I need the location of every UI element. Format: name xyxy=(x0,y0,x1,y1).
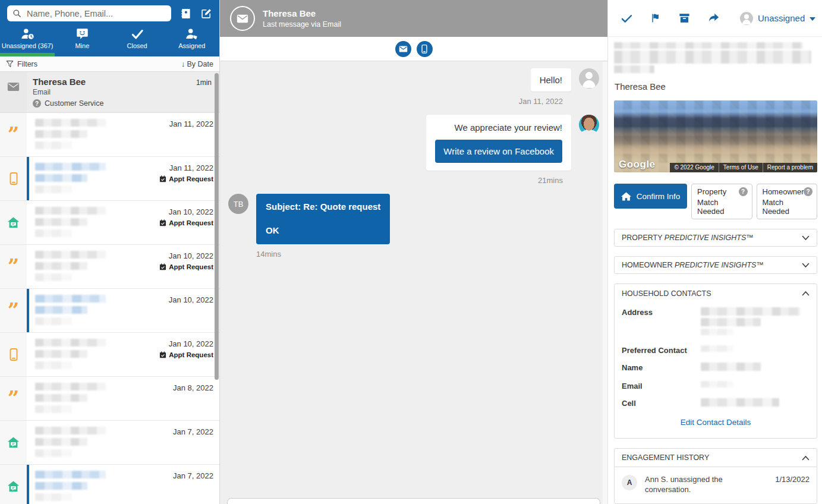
homeowner-section-title: PREDICTIVE INSIGHTS™ xyxy=(675,261,764,269)
field-cell-label: Cell xyxy=(622,398,701,409)
chat-contact-name: Theresa Bee xyxy=(263,8,341,18)
chevron-up-icon xyxy=(802,291,810,296)
chevron-down-icon xyxy=(802,235,810,241)
appt-request-badge: Appt Request xyxy=(153,351,213,358)
redacted-preview xyxy=(27,421,153,464)
appt-request-badge: Appt Request xyxy=(153,263,213,270)
filters-label: Filters xyxy=(17,60,37,68)
conversation-date: Jan 10, 2022 xyxy=(153,251,213,260)
appt-request-badge: Appt Request xyxy=(153,175,213,182)
resolve-check-icon[interactable] xyxy=(621,14,632,23)
check-icon xyxy=(131,28,144,40)
caret-down-icon xyxy=(810,17,815,21)
message-bubble: Hello! xyxy=(531,68,571,92)
edit-contact-details-link[interactable]: Edit Contact Details xyxy=(622,418,810,427)
message-timestamp: Jan 11, 2022 xyxy=(228,97,563,106)
conversation-list-item[interactable]: Jan 10, 2022Appt Request xyxy=(0,333,219,377)
selected-channel: Email xyxy=(33,88,191,96)
message-inbound: TB Subject: Re: Quote request OK xyxy=(228,194,599,244)
tab-unassigned[interactable]: Unassigned (367) xyxy=(0,25,55,56)
chat-subtitle: Last message via Email xyxy=(263,20,341,29)
conversation-item-selected[interactable]: Theresa Bee Email Customer Service 1min xyxy=(0,72,219,113)
tab-closed[interactable]: Closed xyxy=(110,25,165,56)
reply-composer[interactable] xyxy=(227,498,600,504)
section-property-insights[interactable]: PROPERTY PREDICTIVE INSIGHTS™ xyxy=(614,229,817,247)
redacted-preview xyxy=(27,465,153,504)
household-contacts-header[interactable]: HOUSEHOLD CONTACTS xyxy=(615,284,817,303)
filters-button[interactable]: Filters xyxy=(6,60,37,68)
tab-closed-label: Closed xyxy=(127,42,147,49)
conversation-list-item[interactable]: ”Jan 10, 2022 xyxy=(0,289,219,333)
address-book-icon[interactable] xyxy=(180,8,191,20)
property-match-status: Match Needed xyxy=(697,198,747,216)
sidebar-header: Unassigned (367) Mine Closed Assigned xyxy=(0,0,219,56)
section-homeowner-insights[interactable]: HOMEOWNER PREDICTIVE INSIGHTS™ xyxy=(614,256,817,274)
chat-scrollbar[interactable] xyxy=(603,62,607,504)
engagement-text: Ann S. unassigned the conversation. xyxy=(645,475,767,495)
funnel-icon xyxy=(6,60,14,68)
list-scrollbar[interactable] xyxy=(215,73,219,380)
street-view-image[interactable]: Google © 2022 Google Terms of Use Report… xyxy=(614,100,817,172)
contact-details-panel: Unassigned Theresa Bee Google © 2022 Goo… xyxy=(607,0,822,504)
review-message-text: We appreciate your review! xyxy=(455,122,562,133)
tab-mine-label: Mine xyxy=(75,42,89,49)
question-circle-icon[interactable] xyxy=(739,187,748,196)
archive-icon[interactable] xyxy=(679,13,690,23)
email-channel-button[interactable] xyxy=(395,41,411,57)
quote-icon: ” xyxy=(8,393,20,405)
calendar-check-icon xyxy=(159,351,166,358)
home-chat-icon xyxy=(7,216,20,229)
property-match-card[interactable]: Property Match Needed xyxy=(691,184,752,219)
conversation-list-item[interactable]: ”Jan 8, 2022 xyxy=(0,377,219,421)
map-report-link[interactable]: Report a problem xyxy=(763,163,817,172)
field-preferred-contact-label: Preferred Contact xyxy=(622,345,701,355)
quote-icon: ” xyxy=(8,129,20,141)
household-contacts-title: HOUSEHOLD CONTACTS xyxy=(622,289,711,298)
assignee-label: Unassigned xyxy=(758,13,805,23)
assignee-dropdown[interactable]: Unassigned xyxy=(740,12,815,25)
field-name-label: Name xyxy=(622,363,701,373)
tab-mine[interactable]: Mine xyxy=(55,25,109,56)
conversation-date: Jan 10, 2022 xyxy=(153,339,213,348)
property-section-title: PREDICTIVE INSIGHTS™ xyxy=(664,234,754,242)
mobile-channel-button[interactable] xyxy=(417,41,433,57)
engagement-avatar: A xyxy=(622,475,637,490)
flag-icon[interactable] xyxy=(650,13,661,23)
tab-assigned[interactable]: Assigned xyxy=(165,25,219,56)
homeowner-section-prefix: HOMEOWNER xyxy=(622,261,672,269)
map-copyright: © 2022 Google xyxy=(670,163,718,172)
phone-icon xyxy=(10,348,18,361)
engagement-history-header[interactable]: ENGAGEMENT HISTORY xyxy=(615,449,817,467)
conversation-list: Theresa Bee Email Customer Service 1min … xyxy=(0,72,219,504)
conversation-list-item[interactable]: ”Jan 10, 2022Appt Request xyxy=(0,245,219,289)
forward-icon[interactable] xyxy=(708,13,720,23)
message-bubble: Subject: Re: Quote request OK xyxy=(256,194,390,244)
sort-label: By Date xyxy=(187,60,213,68)
property-section-prefix: PROPERTY xyxy=(622,234,662,242)
phone-icon xyxy=(10,172,18,185)
homeowner-match-status: Match Needed xyxy=(763,198,812,216)
search-box[interactable] xyxy=(7,5,171,21)
conversation-date: Jan 11, 2022 xyxy=(153,119,213,128)
redacted-preview xyxy=(27,157,153,200)
selected-contact-name: Theresa Bee xyxy=(33,77,191,87)
agent-photo-avatar xyxy=(579,115,599,135)
conversation-list-item[interactable]: Jan 11, 2022Appt Request xyxy=(0,157,219,201)
tab-assigned-label: Assigned xyxy=(178,42,205,49)
homeowner-match-card[interactable]: Homeowner Match Needed xyxy=(757,184,818,219)
conversation-list-item[interactable]: ”Jan 11, 2022 xyxy=(0,113,219,157)
facebook-review-button[interactable]: Write a review on Facebook xyxy=(435,140,562,163)
conversation-list-item[interactable]: Jan 7, 2022 xyxy=(0,465,219,504)
chat-header: Theresa Bee Last message via Email xyxy=(220,0,607,37)
confirm-info-button[interactable]: Confirm Info xyxy=(614,184,687,209)
conversation-date: Jan 7, 2022 xyxy=(153,471,213,480)
conversation-list-item[interactable]: Jan 10, 2022Appt Request xyxy=(0,201,219,245)
conversation-list-item[interactable]: Jan 7, 2022 xyxy=(0,421,219,465)
compose-icon[interactable] xyxy=(200,8,212,20)
appt-request-badge: Appt Request xyxy=(153,219,213,226)
confirm-info-label: Confirm Info xyxy=(637,192,681,201)
map-terms-link[interactable]: Terms of Use xyxy=(719,163,763,172)
search-input[interactable] xyxy=(26,8,166,19)
sort-by-date[interactable]: ↓ By Date xyxy=(181,59,213,68)
chat-header-avatar xyxy=(230,6,255,31)
